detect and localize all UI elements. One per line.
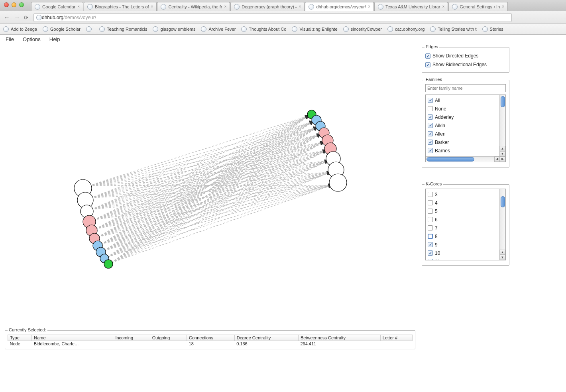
browser-tab[interactable]: Biographies - The Letters of× <box>84 2 157 11</box>
col-header[interactable]: Type <box>8 335 32 341</box>
bookmark-item[interactable]: Thoughts About Co <box>241 26 286 32</box>
favicon-icon <box>161 4 166 10</box>
kcore-label: 9 <box>435 242 438 248</box>
col-header[interactable]: Letter # <box>380 335 412 341</box>
graph-canvas[interactable] <box>0 44 421 327</box>
edges-panel-title: Edges <box>424 44 439 49</box>
svg-line-82 <box>112 122 313 263</box>
kcore-item[interactable]: 4 <box>428 199 503 207</box>
close-tab-icon[interactable]: × <box>368 4 370 9</box>
family-label: Barker <box>435 140 449 145</box>
kcore-item[interactable]: 6 <box>428 215 503 224</box>
scroll-thumb[interactable] <box>501 96 505 107</box>
col-header[interactable]: Incoming <box>113 335 150 341</box>
kcore-item[interactable]: 5 <box>428 207 503 215</box>
family-item[interactable]: Allen <box>428 130 503 138</box>
bookmark-item[interactable]: Visualizing Enlighte <box>292 26 337 32</box>
scroll-down-icon[interactable]: ▼ <box>499 151 505 156</box>
bookmark-item[interactable]: Teaching Romanticis <box>99 26 147 32</box>
chk-bidirectional-edges[interactable]: Show Bidirectional Edges <box>425 60 506 69</box>
close-tab-icon[interactable]: × <box>224 4 227 9</box>
kcore-label: 6 <box>435 217 438 223</box>
scroll-left-icon[interactable]: ◀ <box>494 156 500 162</box>
table-row[interactable]: NodeBiddlecombe, Charle…180.136264.411 <box>8 341 413 347</box>
bookmark-item[interactable]: sincerityCowper <box>343 26 382 32</box>
favicon-icon <box>35 4 40 10</box>
menu-file[interactable]: File <box>6 36 14 42</box>
menu-options[interactable]: Options <box>23 36 41 42</box>
svg-line-50 <box>98 151 326 237</box>
checkbox-icon <box>428 225 433 230</box>
bookmark-item[interactable]: Stories <box>482 26 503 32</box>
col-header[interactable]: Degree Centrality <box>234 335 298 341</box>
maximize-window-icon[interactable] <box>19 2 24 7</box>
reload-icon[interactable]: ⟳ <box>24 14 30 21</box>
scroll-up-icon[interactable]: ▲ <box>499 146 505 151</box>
url-input[interactable]: dhhub.org/demos/voyeur/ <box>33 13 512 22</box>
col-header[interactable]: Connections <box>187 335 235 341</box>
cell: 0.136 <box>234 341 298 347</box>
close-tab-icon[interactable]: × <box>299 4 301 9</box>
bookmark-icon <box>86 26 92 32</box>
bookmark-item[interactable]: glasgow emblems <box>153 26 195 32</box>
scroll-right-icon[interactable]: ▶ <box>500 156 505 162</box>
bookmark-item[interactable]: Google Scholar <box>43 26 81 32</box>
bookmark-item[interactable]: Archive Fever <box>201 26 236 32</box>
close-tab-icon[interactable]: × <box>151 4 153 9</box>
close-window-icon[interactable] <box>4 2 9 7</box>
col-header[interactable]: Betweenness Centralty <box>298 335 380 341</box>
cell: Biddlecombe, Charle… <box>32 341 113 347</box>
close-tab-icon[interactable]: × <box>77 4 80 9</box>
browser-tab[interactable]: Texas A&M University Librar× <box>374 2 448 11</box>
browser-tab[interactable]: dhhub.org/demos/voyeur/× <box>305 2 374 11</box>
family-label: None <box>435 106 446 112</box>
bookmark-icon <box>430 26 436 32</box>
families-list[interactable]: AllNoneAdderleyAikinAllenBarkerBarnesBed… <box>425 95 506 162</box>
family-item[interactable]: None <box>428 104 503 113</box>
bookmark-item[interactable]: Telling Stories with t <box>430 26 476 32</box>
kcore-item[interactable]: 11 <box>428 257 503 260</box>
close-tab-icon[interactable]: × <box>442 4 445 9</box>
scrollbar-horizontal[interactable] <box>426 156 505 162</box>
scroll-thumb[interactable] <box>501 196 505 207</box>
bookmark-item[interactable]: Add to Zeega <box>3 26 37 32</box>
favicon-icon <box>234 4 240 10</box>
scroll-down-icon[interactable]: ▼ <box>499 255 505 260</box>
kcores-list[interactable]: 34567891011 ▲▼ <box>425 189 506 260</box>
scroll-thumb[interactable] <box>426 157 474 162</box>
kcore-item[interactable]: 7 <box>428 224 503 232</box>
kcore-item[interactable]: 3 <box>428 190 503 199</box>
family-item[interactable]: Adderley <box>428 113 503 121</box>
back-icon[interactable]: ← <box>3 14 10 21</box>
scroll-up-icon[interactable]: ▲ <box>499 250 505 255</box>
family-item[interactable]: Barnes <box>428 146 503 155</box>
checkbox-icon <box>428 234 433 239</box>
minimize-window-icon[interactable] <box>12 2 16 7</box>
checkbox-icon <box>428 259 433 260</box>
menu-help[interactable]: Help <box>49 36 60 42</box>
family-item[interactable]: Barker <box>428 138 503 146</box>
browser-tab[interactable]: Centrality - Wikipedia, the fr× <box>157 2 230 11</box>
browser-tab[interactable]: Google Calendar× <box>31 2 83 11</box>
bookmark-item[interactable]: cac.ophony.org <box>387 26 424 32</box>
kcore-item[interactable]: 10 <box>428 249 503 257</box>
col-header[interactable]: Outgoing <box>150 335 187 341</box>
graph-node[interactable] <box>329 174 347 191</box>
families-panel-title: Families <box>424 77 443 82</box>
bookmark-label: Teaching Romanticis <box>107 27 147 32</box>
family-name-input[interactable] <box>425 84 506 92</box>
family-item[interactable]: All <box>428 96 503 104</box>
url-host: dhhub.org <box>42 15 63 20</box>
kcore-item[interactable]: 9 <box>428 240 503 249</box>
family-item[interactable]: Aikin <box>428 121 503 130</box>
forward-icon[interactable]: → <box>14 14 21 21</box>
col-header[interactable]: Name <box>32 335 113 341</box>
graph-node[interactable] <box>104 260 113 268</box>
chk-directed-edges[interactable]: Show Directed Edges <box>425 51 506 60</box>
close-tab-icon[interactable]: × <box>502 4 504 9</box>
scrollbar-vertical[interactable] <box>499 189 505 254</box>
browser-tab[interactable]: General Settings ‹ In× <box>448 2 508 11</box>
kcore-item[interactable]: 8 <box>428 232 503 240</box>
bookmark-item[interactable] <box>86 26 94 32</box>
browser-tab[interactable]: Degeneracy (graph theory) -× <box>230 2 305 11</box>
